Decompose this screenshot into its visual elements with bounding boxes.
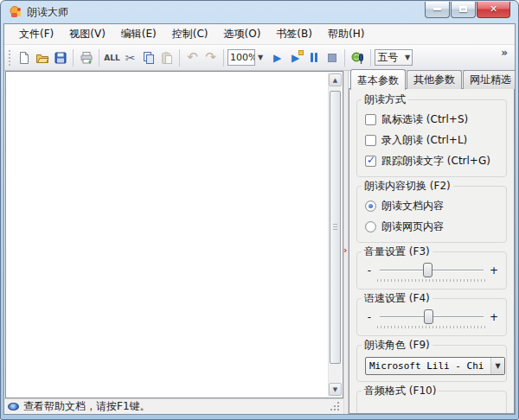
copy-button[interactable]: [139, 48, 157, 67]
volume-slider-thumb[interactable]: [423, 263, 432, 277]
radio-row-read-document[interactable]: 朗读文档内容: [365, 199, 498, 213]
window-title: 朗读大师: [27, 5, 68, 20]
menu-file[interactable]: 文件(F): [11, 24, 61, 44]
print-button[interactable]: [77, 48, 95, 67]
voice-settings-button[interactable]: [349, 48, 367, 67]
voice-role-dropdown-arrow[interactable]: ▼: [490, 358, 504, 374]
copy-icon: [142, 51, 156, 65]
checkbox-mouse-read-label: 鼠标选读 (Ctrl+S): [381, 112, 468, 127]
checkbox-typing-read[interactable]: [365, 135, 376, 146]
group-reading-mode: 朗读方式 鼠标选读 (Ctrl+S) 录入朗读 (Ctrl+L) ✓ 跟踪朗读文…: [356, 99, 507, 177]
toolbar: ALL ✂ ↶ ↷ 100% ▼: [4, 45, 515, 71]
menu-view[interactable]: 视图(V): [61, 24, 113, 44]
play-continue-button[interactable]: ▶: [286, 48, 304, 67]
volume-plus-label: +: [490, 264, 498, 277]
paste-icon: [160, 51, 174, 65]
scroll-down-button[interactable]: ▼: [329, 383, 342, 396]
speed-slider[interactable]: [378, 309, 485, 325]
zoom-combobox[interactable]: 100%: [227, 49, 255, 66]
select-all-button[interactable]: ALL: [103, 48, 121, 67]
checkbox-row-typing-read[interactable]: 录入朗读 (Ctrl+L): [365, 133, 498, 148]
checkmark-icon: ✓: [367, 155, 375, 166]
new-document-button[interactable]: [15, 48, 33, 67]
editor-column: ▲ ▼ 查看帮助文档，请按F1键。: [4, 71, 343, 414]
group-voice-role: 朗读角色 (F9) Microsoft Lili - Chi ▼: [356, 345, 507, 382]
close-icon: ✕: [490, 4, 497, 14]
radio-read-webpage[interactable]: [365, 221, 376, 232]
scrollbar-thumb[interactable]: [330, 91, 341, 364]
speed-slider-thumb[interactable]: [424, 309, 433, 324]
group-content-switch-title: 朗读内容切换 (F2): [362, 179, 453, 194]
checkbox-row-mouse-read[interactable]: 鼠标选读 (Ctrl+S): [365, 112, 498, 127]
menubar: 文件(F) 视图(V) 编辑(E) 控制(C) 选项(O) 书签(B) 帮助(H…: [4, 24, 515, 45]
stop-button[interactable]: [323, 48, 341, 67]
zoom-dropdown-arrow[interactable]: ▼: [258, 54, 263, 61]
tab-basic-params[interactable]: 基本参数: [350, 69, 406, 90]
font-size-value: 五号: [377, 50, 398, 65]
open-button[interactable]: [33, 48, 51, 67]
play-button[interactable]: ▶: [268, 48, 286, 67]
app-icon: [9, 5, 22, 19]
radio-read-document[interactable]: [365, 200, 376, 212]
minimize-icon: [433, 8, 441, 10]
maximize-button[interactable]: [451, 2, 476, 18]
splitter-collapse-icon[interactable]: ›: [343, 245, 348, 255]
close-button[interactable]: ✕: [477, 2, 510, 18]
font-size-combobox[interactable]: 五号 ▼: [375, 49, 413, 66]
voice-role-dropdown[interactable]: Microsoft Lili - Chi ▼: [365, 357, 505, 375]
save-icon: [54, 51, 67, 65]
minimize-button[interactable]: [425, 2, 450, 18]
undo-button[interactable]: ↶: [183, 48, 202, 67]
help-eye-icon: [8, 403, 19, 410]
resize-grip[interactable]: [330, 402, 340, 411]
radio-read-document-label: 朗读文档内容: [381, 199, 444, 213]
volume-minus-label: -: [365, 264, 374, 277]
checkbox-track-text[interactable]: ✓: [365, 156, 376, 167]
app-window: 朗读大师 ✕ 文件(F) 视图(V) 编辑(E) 控制(C) 选项(O) 书签(…: [0, 0, 519, 420]
toolbar-grip[interactable]: [9, 50, 11, 66]
scroll-up-button[interactable]: ▲: [329, 73, 342, 86]
speed-slider-ticks: [377, 326, 486, 329]
toolbar-separator: [370, 49, 371, 67]
cut-button[interactable]: ✂: [121, 48, 139, 67]
menu-help[interactable]: 帮助(H): [320, 24, 372, 44]
cut-icon: ✂: [125, 51, 136, 65]
save-button[interactable]: [51, 48, 69, 67]
menu-options[interactable]: 选项(O): [216, 24, 269, 44]
menu-edit[interactable]: 编辑(E): [113, 24, 164, 44]
select-all-label: ALL: [104, 54, 119, 62]
paste-button[interactable]: [157, 48, 176, 67]
menu-control[interactable]: 控制(C): [164, 24, 216, 44]
speed-minus-label: -: [365, 311, 374, 323]
redo-button[interactable]: ↷: [202, 48, 220, 67]
zoom-value: 100%: [230, 52, 255, 63]
main-content: ▲ ▼ 查看帮助文档，请按F1键。 › 基本参数: [4, 71, 515, 414]
checkbox-mouse-read[interactable]: [365, 114, 376, 125]
toolbar-separator: [99, 49, 99, 67]
font-size-dropdown-arrow: ▼: [405, 54, 410, 61]
tab-other-params[interactable]: 其他参数: [407, 70, 462, 89]
document-editor[interactable]: ▲ ▼: [5, 71, 343, 398]
voice-role-value: Microsoft Lili - Chi: [366, 360, 490, 372]
toolbar-overflow-button[interactable]: »: [497, 47, 511, 59]
volume-slider-ticks: [377, 279, 486, 283]
checkbox-track-text-label: 跟踪朗读文字 (Ctrl+G): [381, 154, 490, 169]
basic-params-content: 朗读方式 鼠标选读 (Ctrl+S) 录入朗读 (Ctrl+L) ✓ 跟踪朗读文…: [349, 88, 515, 414]
scroll-up-icon: ▲: [333, 77, 337, 84]
pause-button[interactable]: [304, 48, 323, 67]
checkbox-row-track-text[interactable]: ✓ 跟踪朗读文字 (Ctrl+G): [365, 154, 498, 169]
titlebar[interactable]: 朗读大师 ✕: [3, 1, 516, 23]
new-document-icon: [17, 51, 31, 65]
status-message: 查看帮助文档，请按F1键。: [23, 399, 151, 414]
play-continue-badge: [298, 50, 304, 55]
volume-slider[interactable]: [378, 263, 485, 278]
pause-icon: [311, 53, 317, 62]
group-content-switch: 朗读内容切换 (F2) 朗读文档内容 朗读网页内容: [356, 186, 507, 243]
menu-bookmarks[interactable]: 书签(B): [268, 24, 320, 44]
radio-row-read-webpage[interactable]: 朗读网页内容: [365, 220, 498, 234]
speed-plus-label: +: [490, 311, 498, 323]
tab-url-favorites[interactable]: 网址精选: [463, 70, 516, 89]
group-speed: 语速设置 (F4) - +: [356, 298, 507, 336]
app-frame: 文件(F) 视图(V) 编辑(E) 控制(C) 选项(O) 书签(B) 帮助(H…: [3, 23, 516, 415]
editor-vertical-scrollbar[interactable]: ▲ ▼: [328, 73, 342, 397]
